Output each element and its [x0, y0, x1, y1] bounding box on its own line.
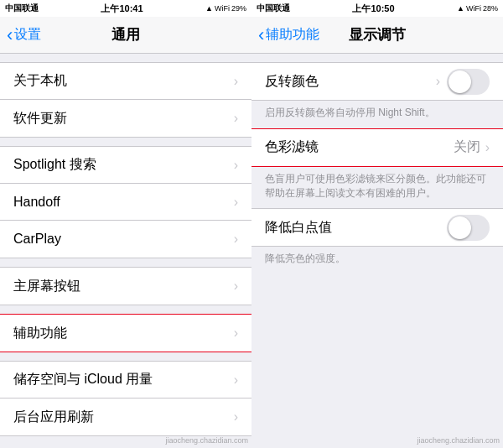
reduce-white-desc: 降低亮色的强度。	[252, 247, 503, 274]
sidebar-item-carplay[interactable]: CarPlay ›	[0, 221, 252, 258]
carplay-label: CarPlay	[13, 232, 234, 247]
gap-1	[0, 54, 252, 62]
back-chevron-icon: ‹	[258, 26, 264, 44]
sidebar-item-background-refresh[interactable]: 后台应用刷新 ›	[0, 399, 252, 435]
right-panel: 中国联通 上午10:50 ▲ WiFi 28% ‹ 辅助功能 显示调节 反转颜色…	[252, 0, 503, 448]
chevron-icon: ›	[234, 409, 238, 425]
signal-icon: ▲	[457, 4, 464, 13]
color-filter-desc: 色盲用户可使用色彩滤镜来区分颜色。此功能还可帮助在屏幕上阅读文本有困难的用户。	[252, 167, 503, 209]
left-back-button[interactable]: ‹ 设置	[7, 26, 41, 44]
left-nav-bar: ‹ 设置 通用	[0, 17, 252, 54]
invert-colors-desc: 启用反转颜色将自动停用 Night Shift。	[252, 101, 503, 128]
right-back-label: 辅助功能	[266, 26, 319, 44]
sidebar-item-home-button[interactable]: 主屏幕按钮 ›	[0, 268, 252, 305]
group-accessibility: 辅助功能 ›	[0, 314, 252, 352]
battery-icon: 29%	[231, 4, 246, 13]
group-reduce-white: 降低白点值	[252, 208, 503, 247]
chevron-icon: ›	[234, 372, 238, 388]
chevron-icon: ›	[234, 158, 238, 173]
toggle-knob	[449, 216, 471, 239]
left-nav-title: 通用	[111, 25, 140, 44]
back-chevron-icon: ‹	[7, 26, 13, 44]
sidebar-item-storage[interactable]: 储存空间与 iCloud 用量 ›	[0, 362, 252, 399]
battery-icon: 28%	[483, 4, 498, 13]
reduce-white-label: 降低白点值	[265, 219, 440, 237]
group-storage: 储存空间与 iCloud 用量 › 后台应用刷新 ›	[0, 361, 252, 436]
signal-icon: ▲	[205, 4, 213, 13]
chevron-icon: ›	[485, 140, 490, 155]
list-item-color-filter[interactable]: 色彩滤镜 关闭 ›	[252, 129, 503, 166]
right-nav-title: 显示调节	[349, 25, 406, 44]
sidebar-item-about[interactable]: 关于本机 ›	[0, 63, 252, 100]
right-time: 上午10:50	[352, 3, 394, 15]
chevron-icon: ›	[234, 74, 238, 89]
left-carrier: 中国联通	[5, 3, 39, 14]
chevron-icon: ›	[234, 232, 238, 247]
background-refresh-label: 后台应用刷新	[13, 409, 234, 426]
left-time: 上午10:41	[101, 3, 143, 15]
right-nav-bar: ‹ 辅助功能 显示调节	[252, 17, 503, 54]
right-status-bar: 中国联通 上午10:50 ▲ WiFi 28%	[252, 0, 503, 17]
wifi-icon: WiFi	[215, 4, 230, 13]
sidebar-item-spotlight[interactable]: Spotlight 搜索 ›	[0, 147, 252, 184]
watermark-left: jiaocheng.chazidian.com	[165, 436, 248, 445]
left-panel: 中国联通 上午10:41 ▲ WiFi 29% ‹ 设置 通用 关于本机 › 软…	[0, 0, 252, 448]
wifi-icon: WiFi	[466, 4, 481, 13]
left-status-bar: 中国联通 上午10:41 ▲ WiFi 29%	[0, 0, 252, 17]
software-update-label: 软件更新	[13, 110, 234, 128]
gap-2	[0, 138, 252, 146]
invert-colors-label: 反转颜色	[265, 73, 436, 91]
right-icons: ▲ WiFi 28%	[457, 4, 498, 13]
group-spotlight: Spotlight 搜索 › Handoff › CarPlay ›	[0, 146, 252, 258]
color-filter-value: 关闭	[454, 138, 480, 156]
sidebar-item-accessibility[interactable]: 辅助功能 ›	[0, 315, 252, 352]
storage-label: 储存空间与 iCloud 用量	[13, 371, 234, 388]
reduce-white-toggle[interactable]	[447, 215, 490, 241]
gap-3	[0, 258, 252, 267]
spotlight-label: Spotlight 搜索	[13, 156, 234, 174]
chevron-icon: ›	[234, 111, 238, 126]
group-color-filter: 色彩滤镜 关闭 ›	[252, 128, 503, 167]
chevron-icon: ›	[234, 279, 238, 294]
right-gap-1	[252, 54, 503, 62]
home-button-label: 主屏幕按钮	[13, 278, 234, 295]
group-home: 主屏幕按钮 ›	[0, 267, 252, 305]
chevron-icon: ›	[234, 195, 238, 210]
sidebar-item-software-update[interactable]: 软件更新 ›	[0, 100, 252, 137]
group-invert: 反转颜色 ›	[252, 62, 503, 101]
chevron-icon: ›	[234, 326, 238, 341]
left-icons: ▲ WiFi 29%	[205, 4, 246, 13]
right-carrier: 中国联通	[257, 3, 290, 14]
list-item-invert-colors[interactable]: 反转颜色 ›	[252, 63, 503, 100]
color-filter-label: 色彩滤镜	[265, 138, 454, 156]
invert-colors-toggle[interactable]	[447, 69, 490, 95]
right-back-button[interactable]: ‹ 辅助功能	[258, 26, 319, 44]
toggle-knob	[449, 70, 471, 93]
gap-5	[0, 352, 252, 361]
list-item-reduce-white[interactable]: 降低白点值	[252, 209, 503, 246]
watermark-right: jiaocheng.chazidian.com	[417, 436, 500, 445]
accessibility-label: 辅助功能	[13, 325, 234, 342]
group-about: 关于本机 › 软件更新 ›	[0, 62, 252, 138]
sidebar-item-handoff[interactable]: Handoff ›	[0, 184, 252, 221]
chevron-icon: ›	[436, 74, 440, 89]
gap-4	[0, 305, 252, 314]
handoff-label: Handoff	[13, 195, 234, 210]
left-back-label: 设置	[14, 26, 41, 44]
about-label: 关于本机	[13, 72, 234, 90]
